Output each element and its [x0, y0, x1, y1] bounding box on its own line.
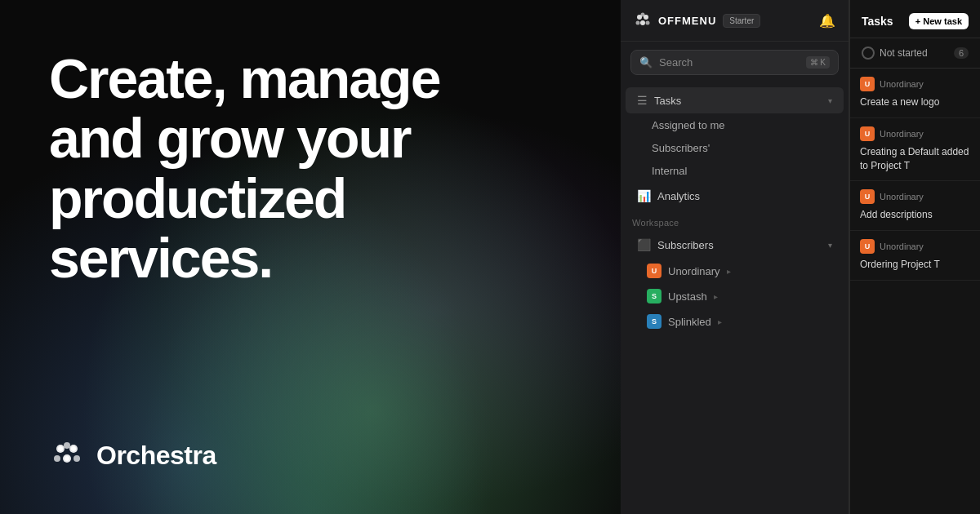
- not-started-label: Not started: [880, 47, 949, 59]
- upstash-arrow-icon: ▸: [714, 292, 718, 301]
- svg-point-12: [641, 13, 645, 17]
- tasks-icon: ☰: [637, 94, 648, 107]
- task-card-2[interactable]: U Unordinary Add descriptions: [850, 181, 980, 231]
- nav-section: ☰ Tasks ▾ Assigned to me Subscribers' In…: [621, 83, 849, 514]
- svg-point-6: [64, 442, 70, 449]
- tasks-panel-header: Tasks + New task: [850, 0, 980, 38]
- svg-point-8: [74, 455, 80, 462]
- upstash-label: Upstash: [668, 290, 707, 303]
- subscriber-splinkled[interactable]: S Splinkled ▸: [626, 309, 844, 334]
- analytics-icon: 📊: [637, 189, 651, 202]
- task-card-header-2: U Unordinary: [860, 189, 970, 204]
- task-card-1[interactable]: U Unordinary Creating a Default added to…: [850, 118, 980, 182]
- task-title-3: Ordering Project T: [860, 258, 970, 272]
- subscriber-unordinary[interactable]: U Unordinary ▸: [626, 259, 844, 283]
- nav-item-subscribers-section[interactable]: ⬛ Subscribers ▾: [626, 232, 844, 258]
- task-company-1: Unordinary: [880, 129, 924, 139]
- task-title-1: Creating a Default added to Project T: [860, 145, 970, 173]
- task-card-header-0: U Unordinary: [860, 77, 970, 91]
- analytics-label: Analytics: [657, 190, 832, 202]
- subscribers-section-label: Subscribers: [657, 239, 822, 251]
- splinkled-label: Splinkled: [668, 316, 711, 328]
- workspace-label: Workspace: [621, 210, 849, 231]
- tasks-panel: Tasks + New task Not started 6 U Unordin…: [849, 0, 980, 514]
- task-company-2: Unordinary: [880, 192, 924, 202]
- nav-sub-internal[interactable]: Internal: [626, 160, 844, 182]
- search-label: Search: [659, 56, 800, 69]
- task-company-3: Unordinary: [880, 241, 924, 251]
- nav-item-analytics[interactable]: 📊 Analytics: [626, 183, 844, 209]
- nav-sub-subscribers[interactable]: Subscribers': [626, 137, 844, 159]
- orchestra-logo-icon: [49, 437, 85, 473]
- sidebar: OFFMENU Starter 🔔 🔍 Search ⌘ K ☰ Tasks ▾: [621, 0, 849, 514]
- task-card-header-1: U Unordinary: [860, 126, 970, 141]
- upstash-avatar: S: [647, 289, 662, 304]
- not-started-count: 6: [954, 47, 969, 59]
- tasks-panel-title: Tasks: [862, 15, 893, 28]
- tasks-arrow-icon: ▾: [828, 96, 832, 105]
- starter-badge: Starter: [723, 14, 760, 28]
- unordinary-label: Unordinary: [668, 265, 720, 277]
- brand-area: OFFMENU Starter: [634, 11, 760, 29]
- orchestra-name: Orchestra: [96, 441, 216, 471]
- orchestra-logo: Orchestra: [49, 437, 572, 473]
- task-avatar-1: U: [860, 126, 875, 141]
- brand-logo-icon: [634, 11, 652, 29]
- assigned-label: Assigned to me: [652, 119, 725, 131]
- task-avatar-3: U: [860, 239, 875, 254]
- bell-icon[interactable]: 🔔: [819, 13, 835, 29]
- svg-point-5: [65, 456, 69, 461]
- nav-sub-assigned[interactable]: Assigned to me: [626, 114, 844, 136]
- svg-point-7: [54, 455, 60, 462]
- brand-name: OFFMENU: [658, 15, 716, 27]
- not-started-row: Not started 6: [850, 38, 980, 69]
- hero-content: Create, manage and grow your productized…: [0, 0, 621, 514]
- subscribers-section-icon: ⬛: [637, 238, 651, 251]
- task-card-header-3: U Unordinary: [860, 239, 970, 254]
- search-shortcut: ⌘ K: [806, 56, 830, 69]
- new-task-button[interactable]: + New task: [909, 13, 969, 29]
- task-company-0: Unordinary: [880, 79, 924, 89]
- subscribers-label: Subscribers': [652, 142, 710, 154]
- search-icon: 🔍: [639, 56, 653, 69]
- svg-point-3: [58, 446, 63, 451]
- task-card-3[interactable]: U Unordinary Ordering Project T: [850, 231, 980, 281]
- not-started-icon: [862, 47, 875, 60]
- nav-item-tasks[interactable]: ☰ Tasks ▾: [626, 87, 844, 113]
- internal-label: Internal: [652, 165, 687, 177]
- task-avatar-0: U: [860, 77, 875, 91]
- task-avatar-2: U: [860, 189, 875, 204]
- splinkled-avatar: S: [647, 314, 662, 329]
- svg-point-13: [636, 21, 640, 25]
- unordinary-arrow-icon: ▸: [727, 267, 731, 276]
- tasks-label: Tasks: [654, 95, 822, 107]
- hero-section: Create, manage and grow your productized…: [0, 0, 621, 514]
- svg-point-11: [640, 20, 645, 25]
- task-title-2: Add descriptions: [860, 208, 970, 222]
- right-panel: OFFMENU Starter 🔔 🔍 Search ⌘ K ☰ Tasks ▾: [621, 0, 980, 514]
- hero-title: Create, manage and grow your productized…: [49, 49, 539, 289]
- task-title-0: Create a new logo: [860, 95, 970, 109]
- sidebar-header: OFFMENU Starter 🔔: [621, 0, 849, 42]
- svg-point-4: [71, 446, 76, 451]
- unordinary-avatar: U: [647, 264, 662, 278]
- subscriber-upstash[interactable]: S Upstash ▸: [626, 284, 844, 308]
- search-bar[interactable]: 🔍 Search ⌘ K: [630, 50, 839, 75]
- svg-point-14: [646, 21, 650, 25]
- splinkled-arrow-icon: ▸: [718, 317, 722, 326]
- task-card-0[interactable]: U Unordinary Create a new logo: [850, 69, 980, 118]
- subscribers-arrow-icon: ▾: [828, 241, 832, 250]
